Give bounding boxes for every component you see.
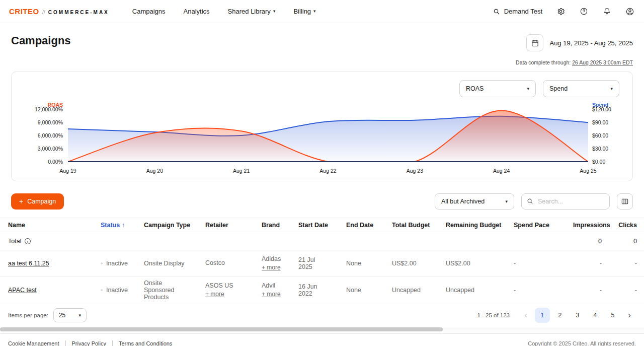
- page-button-3[interactable]: 3: [570, 308, 585, 323]
- footer-link-cookie-management[interactable]: Cookie Management: [8, 340, 65, 346]
- right-axis-ticks: $120.00 $90.00 $60.00 $30.00 $0.00: [588, 109, 619, 162]
- retailer-more-link[interactable]: + more: [205, 290, 246, 299]
- chart-svg: [68, 109, 588, 162]
- col-header-total-budget[interactable]: Total Budget: [384, 218, 438, 232]
- account-name: Demand Test: [504, 8, 542, 15]
- col-header-remaining-budget[interactable]: Remaining Budget: [438, 218, 506, 232]
- logo-brand-text: CRITEO: [9, 7, 39, 16]
- total-label: Total: [8, 238, 21, 245]
- col-header-end-date[interactable]: End Date: [338, 218, 384, 232]
- campaign-toolbar: + Campaign All but Archived ▾: [11, 193, 633, 210]
- retailer-name: Costco: [205, 259, 246, 267]
- profile-button[interactable]: [625, 7, 635, 17]
- nav-item-campaigns[interactable]: Campaigns: [132, 8, 166, 15]
- chevron-down-icon: ▾: [610, 87, 613, 91]
- nav-utilities: Demand Test: [493, 7, 635, 17]
- table-search: [521, 193, 610, 210]
- date-range-value: Aug 19, 2025 - Aug 25, 2025: [549, 39, 633, 47]
- total-budget: US$2.00: [384, 250, 438, 276]
- end-date: None: [338, 250, 384, 276]
- col-header-status[interactable]: Status ↑: [93, 218, 136, 232]
- scrollbar-thumb[interactable]: [0, 327, 443, 331]
- date-picker-button[interactable]: [526, 34, 543, 51]
- data-complete-link[interactable]: 26 Aug 2025 3:00am EDT: [572, 59, 633, 65]
- status-text: Inactive: [106, 260, 128, 267]
- new-campaign-button[interactable]: + Campaign: [11, 193, 64, 210]
- campaign-type: Onsite Display: [144, 260, 185, 267]
- main-content: Campaigns Aug 19, 2025 - Aug 25, 2025 Da…: [0, 34, 644, 210]
- spend-pace: -: [506, 250, 565, 276]
- data-complete-note: Data complete through: 26 Aug 2025 3:00a…: [516, 59, 633, 65]
- footer-link-privacy-policy[interactable]: Privacy Policy: [65, 340, 112, 346]
- status-inactive-icon: [101, 287, 103, 294]
- col-header-name[interactable]: Name: [0, 218, 93, 232]
- col-header-clicks[interactable]: Clicks: [610, 218, 644, 232]
- page-button-4[interactable]: 4: [588, 308, 603, 323]
- sort-ascending-icon: ↑: [122, 222, 125, 229]
- campaign-type: Onsite Sponsored Products: [144, 280, 174, 301]
- pagination-bar: Items per page: 25 ▾ 1 - 25 of 123 ‹ 1 2…: [0, 304, 644, 326]
- search-input[interactable]: [521, 193, 610, 210]
- account-search-selector[interactable]: Demand Test: [493, 8, 542, 16]
- brand-name: Advil: [262, 282, 282, 290]
- status-filter-select[interactable]: All but Archived ▾: [435, 193, 514, 210]
- items-per-page-label: Items per page:: [8, 312, 48, 318]
- page-button-2[interactable]: 2: [552, 308, 568, 323]
- col-header-impressions[interactable]: Impressions: [565, 218, 610, 232]
- page-button-5[interactable]: 5: [605, 308, 620, 323]
- campaign-name-link[interactable]: APAC test: [8, 287, 37, 294]
- search-icon: [526, 197, 534, 205]
- gear-icon: [556, 7, 565, 16]
- plus-icon: +: [19, 198, 23, 205]
- help-button[interactable]: [579, 7, 589, 17]
- col-header-start-date[interactable]: Start Date: [290, 218, 338, 232]
- logo-divider: //: [42, 9, 45, 15]
- status-inactive-icon: [101, 260, 103, 267]
- col-header-retailer[interactable]: Retailer: [197, 218, 254, 232]
- chevron-down-icon: ▾: [78, 313, 81, 318]
- nav-item-shared-library[interactable]: Shared Library▾: [228, 8, 276, 15]
- chevron-down-icon: ▾: [313, 9, 316, 14]
- chart-metric-left-select[interactable]: ROAS ▾: [459, 80, 536, 97]
- footer-link-terms[interactable]: Terms and Conditions: [112, 340, 178, 346]
- brand-name: Adidas: [262, 255, 282, 263]
- next-page-button[interactable]: ›: [623, 308, 636, 323]
- page-title: Campaigns: [11, 34, 71, 47]
- nav-item-analytics[interactable]: Analytics: [184, 8, 210, 15]
- impressions: -: [565, 250, 610, 276]
- calendar-icon: [531, 39, 539, 47]
- retailer-name: ASOS US: [205, 282, 246, 290]
- prev-page-button[interactable]: ‹: [519, 308, 532, 323]
- info-icon[interactable]: [24, 238, 31, 245]
- columns-icon: [621, 197, 629, 205]
- col-header-campaign-type[interactable]: Campaign Type: [136, 218, 197, 232]
- nav-item-billing[interactable]: Billing▾: [293, 8, 315, 15]
- items-per-page-select[interactable]: 25 ▾: [53, 308, 87, 322]
- col-header-spend-pace[interactable]: Spend Pace: [506, 218, 565, 232]
- brand-more-link[interactable]: + more: [262, 290, 282, 299]
- settings-button[interactable]: [555, 7, 566, 17]
- criteo-logo[interactable]: CRITEO // COMMERCE-MAX: [9, 7, 109, 16]
- end-date: None: [338, 276, 384, 304]
- campaign-name-link[interactable]: aa test 6.11.25: [8, 260, 49, 267]
- remaining-budget: US$2.00: [438, 250, 506, 276]
- campaign-table: Name Status ↑ Campaign Type Retailer Bra…: [0, 218, 644, 304]
- remaining-budget: Uncapped: [438, 276, 506, 304]
- table-header-row: Name Status ↑ Campaign Type Retailer Bra…: [0, 218, 644, 232]
- chart-metric-right-select[interactable]: Spend ▾: [543, 80, 619, 97]
- pagination-range: 1 - 25 of 123: [477, 312, 510, 318]
- brand-more-link[interactable]: + more: [262, 263, 282, 272]
- chevron-down-icon: ▾: [505, 199, 508, 204]
- primary-nav: Campaigns Analytics Shared Library▾ Bill…: [132, 8, 316, 15]
- search-icon: [493, 8, 501, 16]
- col-header-brand[interactable]: Brand: [254, 218, 290, 232]
- horizontal-scrollbar[interactable]: [0, 327, 644, 331]
- total-budget: Uncapped: [384, 276, 438, 304]
- campaign-table-wrap: Name Status ↑ Campaign Type Retailer Bra…: [0, 218, 644, 304]
- page-button-1[interactable]: 1: [535, 308, 550, 323]
- notifications-button[interactable]: [602, 7, 612, 17]
- table-row: aa test 6.11.25 Inactive Onsite Display …: [0, 250, 644, 276]
- chevron-down-icon: ▾: [273, 9, 276, 14]
- table-row: APAC test Inactive Onsite Sponsored Prod…: [0, 276, 644, 304]
- column-settings-button[interactable]: [617, 193, 633, 210]
